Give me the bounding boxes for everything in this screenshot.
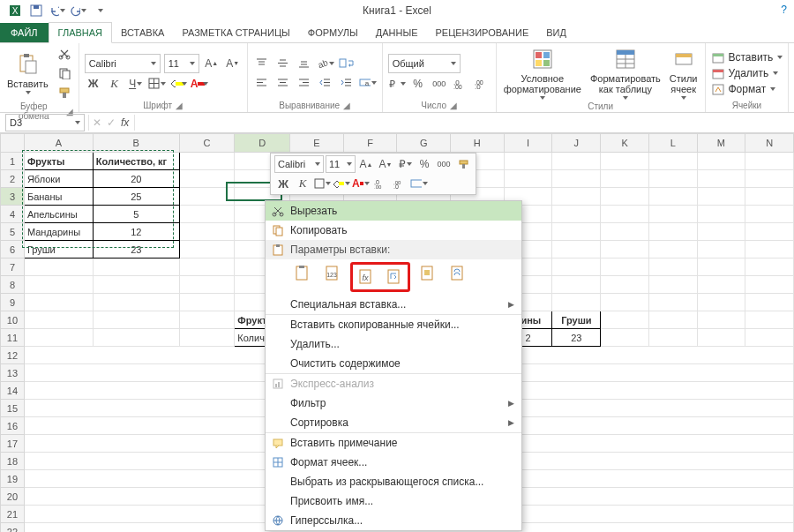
tab-data[interactable]: ДАННЫЕ: [367, 23, 427, 42]
cell[interactable]: 12: [93, 223, 179, 241]
paste-option-formulas[interactable]: fx: [354, 266, 378, 288]
menu-clear-contents[interactable]: Очистить содержимое: [266, 354, 521, 373]
mini-increase-font-icon[interactable]: A▲: [357, 155, 375, 173]
row-header[interactable]: 7: [1, 259, 25, 276]
wrap-text-icon[interactable]: [338, 55, 356, 72]
save-icon[interactable]: [28, 3, 44, 19]
fill-color-icon[interactable]: [169, 75, 187, 93]
copy-icon[interactable]: [56, 64, 73, 82]
cell[interactable]: 23: [552, 329, 601, 347]
menu-hyperlink[interactable]: Гиперссылка...: [266, 511, 521, 530]
row-header[interactable]: 15: [1, 400, 25, 417]
col-header-C[interactable]: C: [179, 134, 235, 153]
menu-sort[interactable]: Сортировка▶: [266, 413, 521, 432]
row-header[interactable]: 17: [1, 435, 25, 453]
mini-font-color-icon[interactable]: A: [352, 175, 370, 192]
cells-format-button[interactable]: Формат: [711, 82, 783, 96]
menu-insert-copied-cells[interactable]: Вставить скопированные ячейки...: [266, 315, 521, 334]
increase-indent-icon[interactable]: [338, 74, 356, 92]
format-painter-icon[interactable]: [56, 84, 73, 101]
qat-customize-icon[interactable]: [92, 3, 108, 19]
col-header-I[interactable]: I: [504, 134, 552, 153]
cells-insert-button[interactable]: Вставить: [711, 50, 783, 64]
italic-button[interactable]: К: [106, 75, 124, 93]
cell[interactable]: Яблоки: [24, 170, 93, 188]
help-icon[interactable]: ?: [781, 4, 787, 16]
col-header-D[interactable]: D: [235, 134, 290, 153]
menu-insert-comment[interactable]: Вставить примечание: [266, 433, 521, 453]
cell[interactable]: Апельсины: [24, 206, 93, 223]
cell[interactable]: Количество, кг: [93, 153, 179, 170]
align-left-icon[interactable]: [253, 74, 271, 92]
mini-percent-icon[interactable]: %: [416, 155, 433, 173]
fx-icon[interactable]: fx: [121, 116, 129, 129]
row-header[interactable]: 8: [1, 276, 25, 294]
row-header[interactable]: 2: [1, 170, 25, 188]
align-middle-icon[interactable]: [274, 55, 292, 72]
menu-paste-special[interactable]: Специальная вставка...▶: [266, 295, 521, 314]
formula-bar[interactable]: [134, 115, 794, 131]
cancel-edit-icon[interactable]: ✕: [93, 116, 101, 129]
mini-accounting-icon[interactable]: ₽: [396, 155, 414, 173]
col-header-K[interactable]: K: [601, 134, 649, 153]
paste-option-all[interactable]: [290, 262, 315, 285]
cell[interactable]: Мандарины: [24, 223, 93, 241]
decrease-font-icon[interactable]: A▼: [224, 55, 242, 72]
col-header-N[interactable]: N: [745, 134, 794, 153]
col-header-L[interactable]: L: [648, 134, 697, 153]
font-name-combo[interactable]: Calibri: [85, 54, 161, 73]
undo-icon[interactable]: [49, 3, 65, 19]
decrease-indent-icon[interactable]: [317, 74, 334, 92]
tab-home[interactable]: ГЛАВНАЯ: [49, 22, 112, 43]
menu-filter[interactable]: Фильтр▶: [266, 393, 521, 413]
tab-view[interactable]: ВИД: [537, 23, 575, 42]
paste-option-formatting[interactable]: [416, 262, 440, 285]
paste-option-link[interactable]: [446, 262, 470, 285]
mini-italic-button[interactable]: К: [294, 175, 311, 192]
conditional-formatting-button[interactable]: Условное форматирование: [502, 45, 583, 101]
col-header-H[interactable]: H: [450, 134, 504, 153]
underline-button[interactable]: Ч: [127, 75, 145, 93]
menu-define-name[interactable]: Присвоить имя...: [266, 491, 521, 511]
menu-delete[interactable]: Удалить...: [266, 334, 521, 354]
mini-font-combo[interactable]: Calibri: [274, 155, 324, 173]
name-box[interactable]: D3: [5, 114, 85, 131]
mini-comma-icon[interactable]: 000: [435, 155, 453, 173]
font-size-combo[interactable]: 11: [164, 54, 199, 73]
mini-decrease-font-icon[interactable]: A▼: [377, 155, 394, 173]
cell[interactable]: Груши: [552, 311, 601, 329]
bold-button[interactable]: Ж: [85, 75, 102, 93]
align-bottom-icon[interactable]: [296, 55, 313, 72]
menu-format-cells[interactable]: Формат ячеек...: [266, 453, 521, 472]
mini-dec-decimal-icon[interactable]: ,00,0: [391, 175, 408, 192]
cell[interactable]: Фрукты: [24, 153, 93, 170]
mini-inc-decimal-icon[interactable]: ,0,00: [371, 175, 389, 192]
row-header[interactable]: 20: [1, 488, 25, 506]
enter-edit-icon[interactable]: ✓: [107, 116, 116, 129]
mini-format-painter-icon[interactable]: [454, 155, 472, 173]
percent-format-icon[interactable]: %: [409, 75, 427, 93]
menu-copy[interactable]: Копировать: [266, 221, 521, 240]
tab-formulas[interactable]: ФОРМУЛЫ: [299, 23, 367, 42]
menu-pick-from-list[interactable]: Выбрать из раскрывающегося списка...: [266, 472, 521, 491]
row-header[interactable]: 12: [1, 347, 25, 364]
number-dialog-launcher[interactable]: ◢: [450, 101, 457, 110]
mini-size-combo[interactable]: 11: [326, 155, 356, 173]
row-header[interactable]: 19: [1, 470, 25, 488]
row-header[interactable]: 13: [1, 364, 25, 382]
row-header[interactable]: 16: [1, 417, 25, 435]
paste-option-values[interactable]: 123: [320, 262, 345, 285]
number-format-combo[interactable]: Общий: [388, 54, 461, 73]
borders-icon[interactable]: [148, 75, 166, 93]
tab-insert[interactable]: ВСТАВКА: [112, 23, 173, 42]
select-all-corner[interactable]: [1, 134, 25, 153]
redo-icon[interactable]: [71, 3, 86, 19]
align-top-icon[interactable]: [253, 55, 271, 72]
row-header[interactable]: 14: [1, 382, 25, 400]
col-header-A[interactable]: A: [24, 134, 93, 153]
row-header[interactable]: 11: [1, 329, 25, 347]
cell-styles-button[interactable]: Стили ячеек: [668, 45, 700, 101]
decrease-decimal-icon[interactable]: ,00,0: [473, 75, 491, 93]
col-header-J[interactable]: J: [552, 134, 601, 153]
row-header[interactable]: 9: [1, 294, 25, 311]
